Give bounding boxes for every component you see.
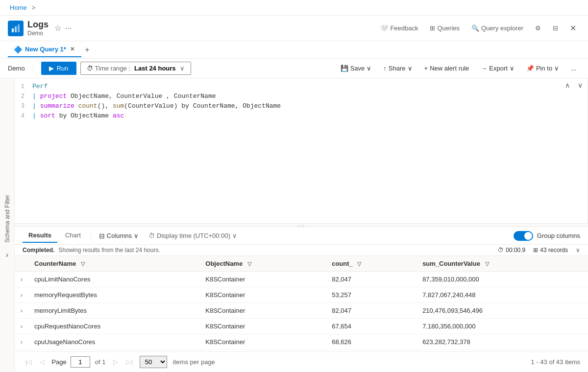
- feedback-button[interactable]: 🤍 Feedback: [376, 22, 422, 34]
- tab-close-button[interactable]: ✕: [69, 46, 75, 52]
- sidebar-label[interactable]: Schema and Filter: [2, 191, 13, 246]
- row-expand-icon[interactable]: ›: [15, 303, 28, 319]
- expand-records-button[interactable]: ∨: [576, 247, 580, 254]
- editor-line-3: 3 | summarize count(), sum(CounterValue)…: [15, 102, 588, 112]
- row-expand-icon[interactable]: ›: [15, 319, 28, 334]
- app-header: Logs Demo ☆ ··· 🤍 Feedback ⊞ Queries 🔍 Q…: [0, 16, 588, 41]
- tab-new-query-1[interactable]: 🔷 New Query 1* ✕: [8, 43, 81, 57]
- save-chevron-icon: ∨: [367, 65, 371, 72]
- schema-filter-sidebar[interactable]: Schema and Filter ›: [0, 78, 15, 372]
- workspace-label: Demo: [8, 65, 33, 72]
- breadcrumb-separator: >: [32, 4, 36, 11]
- resize-handle[interactable]: ···: [15, 223, 588, 227]
- editor-lines: 1 Perf 2 | project ObjectName, CounterVa…: [15, 82, 588, 121]
- status-right: ⏱ 00:00.9 ⊞ 43 records ∨: [498, 247, 580, 254]
- filter-count-icon[interactable]: ▽: [357, 261, 361, 267]
- filter-sum-icon[interactable]: ▽: [485, 261, 489, 267]
- table-row[interactable]: › cpuRequestNanoCores K8SContainer 67,65…: [15, 319, 588, 334]
- queries-icon: ⊞: [430, 24, 435, 32]
- pin-to-button[interactable]: 📌 Pin to ∨: [522, 62, 563, 74]
- last-page-button[interactable]: ▷|: [123, 356, 135, 368]
- cell-sum: 87,359,010,000,000: [416, 272, 588, 287]
- pin-icon: 📌: [526, 65, 534, 72]
- clock-small-icon: ⏱: [148, 232, 155, 239]
- cell-object-name: K8SContainer: [199, 319, 326, 334]
- cell-sum: 7,827,067,240,448: [416, 287, 588, 303]
- cell-object-name: K8SContainer: [199, 272, 326, 287]
- run-icon: ▶: [49, 65, 54, 72]
- filter-object-name-icon[interactable]: ▽: [247, 261, 251, 267]
- queries-button[interactable]: ⊞ Queries: [426, 22, 464, 34]
- alert-icon: +: [424, 65, 428, 72]
- breadcrumb: Home >: [0, 0, 588, 16]
- editor-line-2: 2 | project ObjectName, CounterValue , C…: [15, 92, 588, 102]
- tab-chart[interactable]: Chart: [59, 229, 87, 243]
- table-row[interactable]: › cpuLimitNanoCores K8SContainer 82,047 …: [15, 272, 588, 287]
- page-input[interactable]: [71, 356, 90, 368]
- editor-collapse-buttons: ∧ ∨: [562, 80, 586, 90]
- tab-results[interactable]: Results: [23, 229, 57, 243]
- display-time-button[interactable]: ⏱ Display time (UTC+00:00) ∨: [145, 230, 241, 241]
- table-icon: ⊞: [533, 247, 538, 254]
- page-of: of 1: [95, 358, 106, 366]
- export-button[interactable]: → Export ∨: [477, 62, 518, 74]
- first-page-button[interactable]: |◁: [23, 356, 35, 368]
- row-expand-icon[interactable]: ›: [15, 272, 28, 287]
- share-icon: ↑: [383, 65, 387, 72]
- per-page-select[interactable]: 50 100 200: [140, 356, 167, 368]
- next-page-button[interactable]: ▷: [110, 356, 121, 368]
- table-row[interactable]: › memoryLimitBytes K8SContainer 82,047 2…: [15, 303, 588, 319]
- collapse-up-button[interactable]: ∧: [562, 80, 573, 90]
- app-title-group: Logs Demo: [27, 20, 49, 37]
- tab-separator: [91, 232, 91, 240]
- columns-chevron-icon: ∨: [134, 232, 139, 239]
- query-explorer-button[interactable]: 🔍 Query explorer: [467, 22, 527, 34]
- share-button[interactable]: ↑ Share ∨: [379, 62, 416, 74]
- table-row[interactable]: › cpuUsageNanoCores K8SContainer 68,626 …: [15, 334, 588, 350]
- run-button[interactable]: ▶ Run: [41, 62, 76, 75]
- table-row[interactable]: › memoryRequestBytes K8SContainer 53,257…: [15, 287, 588, 303]
- add-tab-button[interactable]: +: [81, 44, 93, 56]
- cell-count: 82,047: [326, 303, 416, 319]
- time-chevron-icon: ∨: [232, 232, 237, 239]
- prev-page-button[interactable]: ◁: [37, 356, 48, 368]
- header-counter-name: CounterName ▽: [28, 256, 199, 272]
- export-icon: →: [481, 65, 487, 72]
- row-expand-icon[interactable]: ›: [15, 334, 28, 350]
- code-editor[interactable]: 1 Perf 2 | project ObjectName, CounterVa…: [15, 78, 588, 223]
- more-options-icon[interactable]: ···: [65, 24, 72, 33]
- page-info: 1 - 43 of 43 items: [531, 358, 580, 366]
- filter-counter-name-icon[interactable]: ▽: [81, 261, 85, 267]
- editor-line-4: 4 | sort by ObjectName asc: [15, 112, 588, 121]
- share-chevron-icon: ∨: [408, 65, 413, 72]
- items-per-page-label: items per page: [173, 358, 215, 366]
- time-range-button[interactable]: ⏱ Time range : Last 24 hours ∨: [80, 62, 191, 75]
- cell-object-name: K8SContainer: [199, 303, 326, 319]
- new-alert-rule-button[interactable]: + New alert rule: [420, 62, 473, 74]
- cell-counter-name: cpuLimitNanoCores: [28, 272, 199, 287]
- app-header-right: 🤍 Feedback ⊞ Queries 🔍 Query explorer ⚙ …: [376, 21, 580, 35]
- status-completed: Completed.: [23, 247, 54, 254]
- svg-rect-1: [15, 26, 17, 32]
- collapse-down-button[interactable]: ∨: [575, 80, 586, 90]
- settings-icon[interactable]: ⚙: [531, 22, 545, 34]
- result-tabs: Results Chart ⊟ Columns ∨ ⏱ Display time…: [15, 227, 588, 245]
- group-columns-toggle[interactable]: [514, 231, 533, 241]
- status-records: ⊞ 43 records: [533, 247, 568, 254]
- cell-counter-name: cpuRequestNanoCores: [28, 319, 199, 334]
- sidebar-toggle-icon[interactable]: ›: [6, 251, 8, 259]
- layout-icon[interactable]: ⊟: [549, 22, 562, 34]
- tab-bar: 🔷 New Query 1* ✕ +: [0, 41, 588, 59]
- group-columns-control: Group columns: [514, 231, 580, 241]
- home-link[interactable]: Home: [10, 4, 27, 11]
- row-expand-icon[interactable]: ›: [15, 287, 28, 303]
- favorite-icon[interactable]: ☆: [54, 23, 61, 33]
- header-sum: sum_CounterValue ▽: [416, 256, 588, 272]
- close-button[interactable]: ✕: [566, 21, 580, 35]
- save-button[interactable]: 💾 Save ∨: [337, 62, 376, 74]
- cell-sum: 623,282,732,378: [416, 334, 588, 350]
- columns-button[interactable]: ⊟ Columns ∨: [95, 230, 143, 242]
- page-nav: |◁ ◁ Page of 1 ▷ ▷|: [23, 356, 136, 368]
- more-options-button[interactable]: ...: [567, 62, 580, 74]
- clock-icon: ⏱: [87, 65, 93, 72]
